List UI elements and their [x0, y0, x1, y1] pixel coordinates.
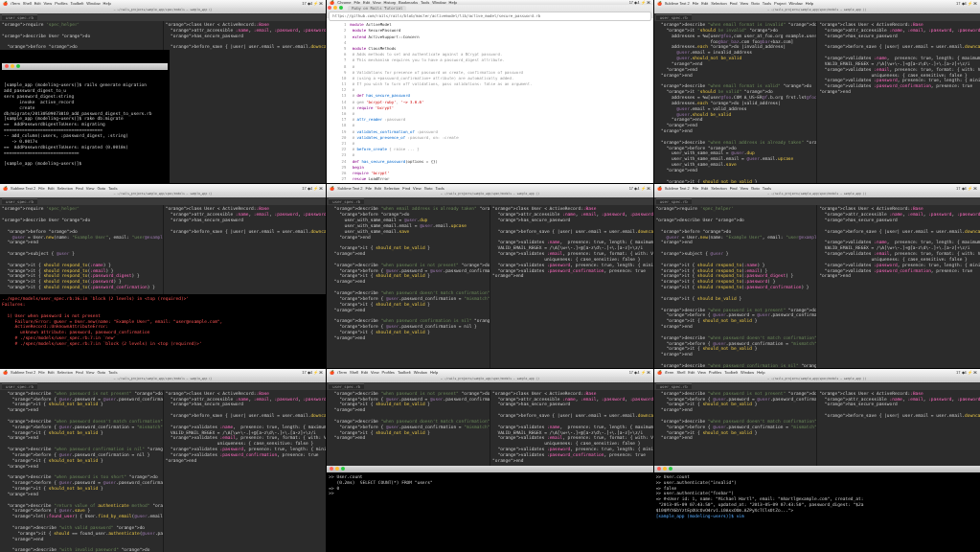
menubar-iterm[interactable]: 🍎iTermShellEditViewProfilesToolbeltWindo… [0, 0, 326, 8]
menubar-sublime[interactable]: 🍎Sublime Text 2FileEditSelectionFindView… [654, 184, 980, 192]
code-spec[interactable]: "orange">describe "when password is not … [329, 391, 488, 442]
code-model[interactable]: "orange">class User < ActiveRecord::Base… [819, 22, 978, 95]
code-model[interactable]: "orange">class User < ActiveRecord::Base… [166, 391, 325, 464]
terminal-titlebar [327, 466, 652, 472]
code-spec[interactable]: "orange">require 'spec_helper' "orange">… [656, 206, 815, 367]
code-model[interactable]: "orange">class User < ActiveRecord::Base… [819, 391, 978, 419]
menubar-iterm[interactable]: 🍎iTermShellEditViewProfilesToolbeltWindo… [654, 369, 980, 377]
menubar-sublime[interactable]: 🍎Sublime Text 2FileEditSelectionFindView… [654, 0, 980, 8]
tile-2-1: 🍎Sublime Text 2FileEditSelectionFindView… [0, 184, 326, 367]
browser-window: Ruby on Rails Tutorial https://github.co… [327, 5, 652, 183]
code-model[interactable]: "orange">class User < ActiveRecord::Base… [492, 206, 651, 279]
tab-spec[interactable]: user_spec.rb [656, 198, 692, 204]
tile-1-3: 🍎Sublime Text 2FileEditSelectionFindView… [654, 0, 980, 183]
tab-spec[interactable]: user_spec.rb [329, 198, 364, 204]
code-spec-auth[interactable]: "orange">describe "when password is not … [2, 391, 161, 552]
code-model[interactable]: "orange">class User < ActiveRecord::Base… [819, 206, 978, 279]
tab-spec[interactable]: user_spec.rb [2, 383, 37, 389]
terminal-rspec[interactable]: ../spec/models/user_spec.rb:16:in `block… [0, 294, 326, 368]
tab-spec[interactable]: user_spec.rb [2, 14, 37, 20]
tile-1-2: 🍎ChromeFileEditViewHistoryBookmarksTools… [327, 0, 652, 183]
browser-tab[interactable]: Ruby on Rails Tutorial [348, 6, 406, 11]
tile-2-2: 🍎Sublime Text 2FileEditSelectionFindView… [327, 184, 652, 367]
code-model[interactable]: "orange">class User < ActiveRecord::Base… [166, 206, 325, 234]
tile-1-1: 🍎iTermShellEditViewProfilesToolbeltWindo… [0, 0, 326, 183]
tab-spec[interactable]: user_spec.rb [656, 14, 692, 20]
code-model[interactable]: "orange">class User < ActiveRecord::Base… [166, 22, 325, 50]
menubar-sublime[interactable]: 🍎Sublime Text 2FileEditSelectionFindView… [0, 369, 326, 377]
github-source[interactable]: 1module ActiveModel2 module SecurePasswo… [327, 18, 652, 183]
tab-spec[interactable]: user_spec.rb [656, 383, 692, 389]
terminal-console[interactable]: >> User.count (0.2ms) SELECT COUNT(*) FR… [327, 472, 652, 552]
tab-spec[interactable]: user_spec.rb [2, 198, 37, 204]
tile-3-1: 🍎Sublime Text 2FileEditSelectionFindView… [0, 369, 326, 552]
tile-2-3: 🍎Sublime Text 2FileEditSelectionFindView… [654, 184, 980, 367]
code-model[interactable]: "orange">class User < ActiveRecord::Base… [492, 391, 651, 464]
terminal-titlebar [654, 466, 980, 472]
tile-3-3: 🍎iTermShellEditViewProfilesToolbeltWindo… [654, 369, 980, 552]
terminal-overlay[interactable]: [sample_app (modeling-users)]$ rails gen… [0, 50, 170, 183]
menubar-sublime[interactable]: 🍎Sublime Text 2FileEditSelectionFindView… [0, 184, 326, 192]
tile-3-2: 🍎iTermShellEditViewProfilesToolbeltWindo… [327, 369, 652, 552]
code-spec[interactable]: "orange">describe "when password is not … [656, 391, 815, 442]
menubar-sublime[interactable]: 🍎Sublime Text 2FileEditSelectionFindView… [327, 184, 652, 192]
tab-spec[interactable]: user_spec.rb [329, 383, 364, 389]
code-spec[interactable]: "orange">require 'spec_helper' "orange">… [2, 206, 161, 294]
code-spec-emails[interactable]: "orange">describe "when email format is … [656, 22, 815, 183]
menubar-iterm[interactable]: 🍎iTermShellEditViewProfilesToolbeltWindo… [327, 369, 652, 377]
terminal-console[interactable]: >> User.count >> user.authenticate("inva… [654, 472, 980, 552]
code-spec[interactable]: "orange">describe "when email address is… [329, 206, 488, 340]
